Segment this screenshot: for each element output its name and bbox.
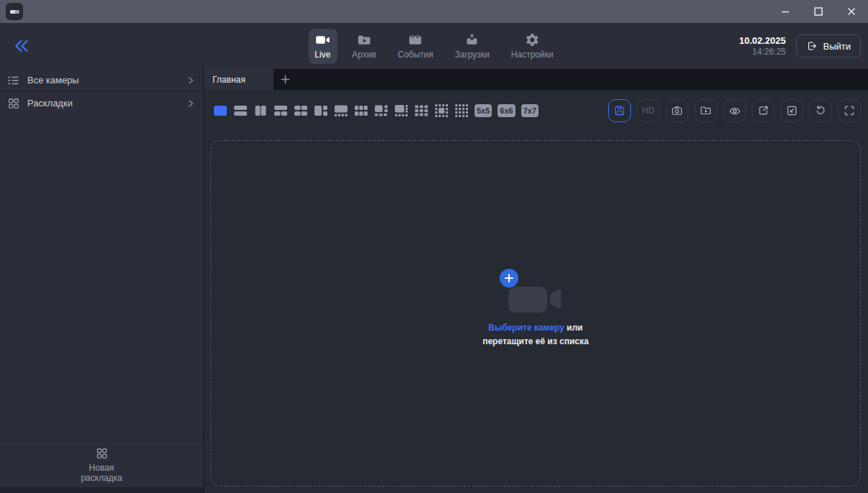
layout-2x3-button[interactable] xyxy=(354,103,368,118)
chevron-right-icon xyxy=(186,98,196,109)
nav-archive[interactable]: Архив xyxy=(345,29,383,64)
events-calendar-icon xyxy=(408,33,423,47)
camera-dropzone[interactable]: Выберите камеру или перетащите её из спи… xyxy=(210,140,861,487)
sidebar-item-all-cameras-label: Все камеры xyxy=(27,75,79,86)
layout-6x6-button[interactable]: 6x6 xyxy=(498,104,515,117)
layout-single-button[interactable] xyxy=(213,103,228,118)
export-button[interactable] xyxy=(752,99,775,122)
view-actions: HD xyxy=(608,99,861,122)
nav-settings[interactable]: Настройки xyxy=(505,29,560,64)
layout-1plus5-button[interactable] xyxy=(374,103,388,118)
nav-live[interactable]: Live xyxy=(308,29,337,64)
eye-icon xyxy=(728,104,742,118)
current-date: 10.02.2025 xyxy=(739,35,785,47)
new-layout-grid-icon xyxy=(95,447,108,460)
empty-state-text: Выберите камеру или перетащите её из спи… xyxy=(482,321,589,348)
nav-downloads-label: Загрузки xyxy=(455,50,490,60)
layout-7x7-button[interactable]: 7x7 xyxy=(521,104,538,117)
drag-hint-text: перетащите её из списка xyxy=(482,335,589,349)
export-arrow-icon xyxy=(757,104,770,117)
new-layout-button[interactable]: Новая раскладка xyxy=(0,440,203,487)
fullscreen-icon xyxy=(843,104,856,117)
datetime: 10.02.2025 14:26:25 xyxy=(739,35,785,57)
save-floppy-icon xyxy=(613,104,626,117)
layout-3x3-button[interactable] xyxy=(414,103,429,118)
camera-list-icon xyxy=(7,74,20,87)
logout-icon xyxy=(806,40,818,52)
navbar: Live Архив События Загрузки xyxy=(0,23,868,69)
main-nav: Live Архив События Загрузки xyxy=(308,23,559,69)
minimize-button[interactable] xyxy=(769,0,802,23)
toolbar: 5x5 6x6 7x7 HD xyxy=(204,90,868,132)
layout-4x4-button[interactable] xyxy=(454,103,469,118)
hd-toggle-button[interactable]: HD xyxy=(637,99,660,122)
layout-2rows-button[interactable] xyxy=(233,103,248,118)
empty-state: Выберите камеру или перетащите её из спи… xyxy=(482,278,589,348)
fit-window-icon xyxy=(785,104,798,117)
sidebar-item-layouts-label: Раскладки xyxy=(27,98,73,109)
layout-1top-2-button[interactable] xyxy=(274,103,288,118)
navbar-right: 10.02.2025 14:26:25 Выйти xyxy=(739,34,861,57)
new-layout-label: Новая раскладка xyxy=(72,463,132,483)
fullscreen-button[interactable] xyxy=(838,99,861,122)
chevron-right-icon xyxy=(186,75,196,86)
layout-1plus7-button[interactable] xyxy=(394,103,409,118)
conjunction-text: или xyxy=(566,323,582,333)
sidebar-footer xyxy=(0,487,203,493)
layouts-grid-icon xyxy=(7,97,20,110)
nav-live-label: Live xyxy=(314,50,330,60)
records-folder-play-icon xyxy=(699,104,712,117)
app-window: Live Архив События Загрузки xyxy=(0,0,868,493)
app-body: Все камеры Раскладки Новая раскла xyxy=(0,69,868,493)
titlebar xyxy=(0,0,868,23)
download-box-icon xyxy=(465,33,480,47)
layout-buttons: 5x5 6x6 7x7 xyxy=(213,103,538,118)
layout-tabstrip: Главная xyxy=(204,69,868,90)
camera-placeholder-icon xyxy=(508,278,563,314)
collapse-sidebar-button[interactable] xyxy=(10,34,33,57)
window-controls xyxy=(769,0,868,23)
main-area: Главная xyxy=(204,69,868,493)
logout-button[interactable]: Выйти xyxy=(796,34,862,57)
nav-events-label: События xyxy=(398,50,434,60)
app-logo-icon xyxy=(6,3,23,20)
double-chevron-left-icon xyxy=(13,37,30,55)
select-camera-link[interactable]: Выберите камеру xyxy=(488,323,564,333)
camera-placeholder xyxy=(508,278,563,314)
nav-settings-label: Настройки xyxy=(511,50,554,60)
layout-2cols-button[interactable] xyxy=(253,103,268,118)
video-camera-icon xyxy=(315,33,330,47)
nav-downloads[interactable]: Загрузки xyxy=(449,29,496,64)
layout-2x2-button[interactable] xyxy=(294,103,308,118)
screenshot-camera-icon xyxy=(671,104,683,117)
sidebar-item-all-cameras[interactable]: Все камеры xyxy=(0,69,203,92)
refresh-button[interactable] xyxy=(809,99,832,122)
save-layout-button[interactable] xyxy=(608,99,631,122)
add-tab-button[interactable] xyxy=(274,69,297,90)
maximize-button[interactable] xyxy=(802,0,835,23)
refresh-icon xyxy=(814,104,827,117)
archive-folder-play-icon xyxy=(357,33,372,47)
nav-archive-label: Архив xyxy=(352,50,376,60)
sidebar-item-layouts[interactable]: Раскладки xyxy=(0,92,203,115)
screenshot-button[interactable] xyxy=(666,99,689,122)
layout-1left-2-button[interactable] xyxy=(314,103,328,118)
sidebar: Все камеры Раскладки Новая раскла xyxy=(0,69,204,493)
visibility-button[interactable] xyxy=(723,99,746,122)
layout-1top-4-button[interactable] xyxy=(334,103,348,118)
fit-window-button[interactable] xyxy=(780,99,803,122)
tab-main[interactable]: Главная xyxy=(204,69,274,90)
records-folder-button[interactable] xyxy=(694,99,717,122)
logout-label: Выйти xyxy=(823,41,851,52)
close-button[interactable] xyxy=(835,0,868,23)
plus-icon xyxy=(505,274,513,282)
current-time: 14:26:25 xyxy=(739,47,785,57)
sidebar-spacer xyxy=(0,115,203,440)
settings-gear-icon xyxy=(525,33,540,47)
nav-events[interactable]: События xyxy=(391,29,440,64)
content: 5x5 6x6 7x7 HD xyxy=(204,90,868,493)
layout-5x5-button[interactable]: 5x5 xyxy=(475,104,492,117)
layout-1plus12-button[interactable] xyxy=(434,103,449,118)
